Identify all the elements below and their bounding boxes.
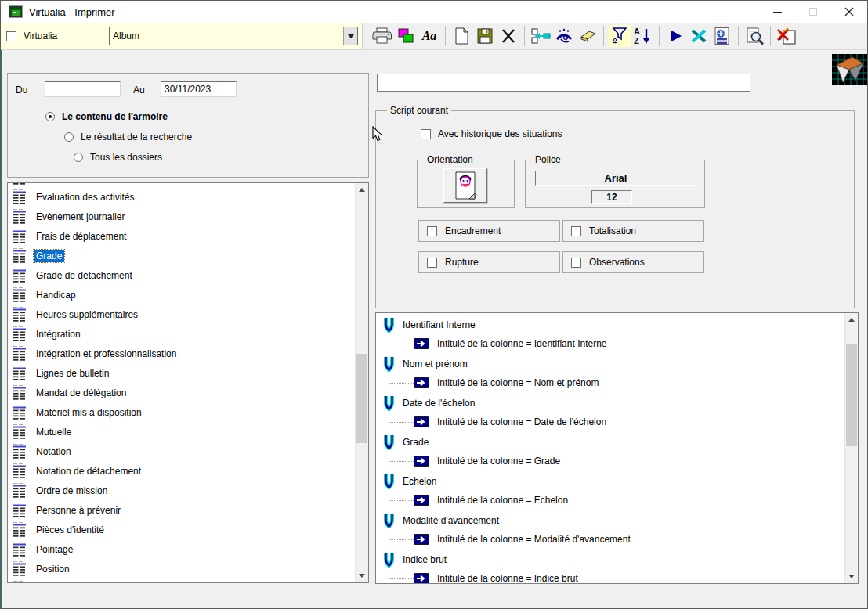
- list-item[interactable]: Ordre de mission: [9, 481, 368, 500]
- observations-option: Observations: [562, 251, 704, 273]
- combobox-dropdown-button[interactable]: [343, 27, 357, 45]
- export-document-button[interactable]: [711, 25, 734, 47]
- minimize-button[interactable]: [759, 1, 795, 23]
- tree-subitem[interactable]: Intitulé de la colonne = Modalité d'avan…: [376, 530, 858, 550]
- color-layers-button[interactable]: [394, 25, 418, 47]
- list-item[interactable]: Personne à prévenir: [9, 500, 368, 520]
- list-item-label: Personne à prévenir: [34, 504, 123, 517]
- tree-scrollbar[interactable]: [844, 313, 858, 583]
- list-item[interactable]: Matériel mis à disposition: [9, 402, 368, 422]
- totalisation-checkbox[interactable]: [571, 226, 581, 236]
- move-items-button[interactable]: [529, 25, 552, 47]
- list-item[interactable]: Evènement journalier: [9, 207, 368, 226]
- virtualia-checkbox[interactable]: [6, 31, 16, 41]
- font-size-field[interactable]: 12: [591, 190, 632, 204]
- au-date-field[interactable]: [161, 81, 237, 97]
- tree-subitem[interactable]: Intitulé de la colonne = Grade: [376, 452, 858, 471]
- tree-item[interactable]: Date de l'échelon: [376, 393, 858, 413]
- dial-button[interactable]: [552, 25, 576, 47]
- radio-option[interactable]: Le contenu de l'armoire: [45, 106, 192, 127]
- chevron-up-icon: [848, 318, 855, 322]
- historique-checkbox[interactable]: [421, 129, 431, 139]
- list-item[interactable]: Grade: [9, 246, 368, 265]
- script-name-input[interactable]: [377, 74, 750, 92]
- print-preview-button[interactable]: [743, 25, 766, 47]
- tree-item[interactable]: Grade: [376, 432, 858, 452]
- dossier-icon: [12, 444, 27, 459]
- doc-list-scrollbar[interactable]: [355, 183, 368, 582]
- list-item[interactable]: Pièces d'identité: [9, 520, 368, 539]
- list-item[interactable]: Heures supplémentaires: [9, 304, 368, 324]
- tree-subitem[interactable]: Intitulé de la colonne = Echelon: [376, 491, 858, 510]
- chevron-down-icon: [848, 575, 855, 578]
- filter-funnel-icon: [610, 27, 629, 45]
- maximize-button[interactable]: [795, 1, 831, 23]
- album-combobox[interactable]: Album: [109, 27, 358, 45]
- list-item[interactable]: Position de détachement: [9, 578, 368, 583]
- list-item[interactable]: Notation de détachement: [9, 461, 368, 481]
- tree-subitem[interactable]: Intitulé de la colonne = Nom et prénom: [376, 373, 858, 393]
- tree-item[interactable]: Indice brut: [376, 550, 858, 569]
- print-button[interactable]: [371, 25, 394, 47]
- font-button[interactable]: Aa: [418, 25, 441, 47]
- tree-subitem[interactable]: Intitulé de la colonne = Indice brut: [376, 569, 858, 584]
- dossier-icon: [12, 268, 27, 283]
- observations-checkbox[interactable]: [571, 258, 581, 268]
- list-item[interactable]: Position: [9, 559, 368, 578]
- list-item[interactable]: Notation: [9, 441, 368, 461]
- list-item[interactable]: Mandat de délégation: [9, 383, 368, 402]
- scroll-down-button[interactable]: [356, 569, 368, 582]
- du-date-field[interactable]: [45, 81, 121, 97]
- list-item[interactable]: Mutuelle: [9, 422, 368, 441]
- tree-connector: [389, 344, 414, 344]
- tree-item[interactable]: Identifiant Interne: [376, 315, 858, 334]
- historique-checkbox-row[interactable]: Avec historique des situations: [421, 128, 562, 139]
- radio-option[interactable]: Le résultat de la recherche: [64, 127, 192, 147]
- orientation-button[interactable]: [443, 168, 487, 203]
- tree-item[interactable]: Modalité d'avancement: [376, 510, 858, 530]
- list-item[interactable]: Lignes de bulletin: [9, 363, 368, 383]
- font-name-field[interactable]: Arial: [535, 171, 696, 186]
- list-item[interactable]: Grade de détachement: [9, 265, 368, 285]
- edit-cancel-icon: [776, 27, 797, 45]
- encadrement-checkbox[interactable]: [427, 226, 437, 236]
- scroll-up-button[interactable]: [845, 313, 858, 326]
- close-button[interactable]: [831, 1, 867, 23]
- toolbar-separator: [603, 26, 604, 46]
- sort-az-button[interactable]: A Z: [631, 25, 655, 47]
- tree-subitem[interactable]: Intitulé de la colonne = Identifiant Int…: [376, 334, 858, 354]
- list-item-label: Intégration: [34, 328, 83, 341]
- dossier-icon: [12, 326, 27, 342]
- toolbar-separator: [445, 26, 446, 46]
- excel-export-button[interactable]: [687, 25, 711, 47]
- scroll-up-button[interactable]: [356, 183, 368, 196]
- list-item[interactable]: Frais de déplacement: [9, 226, 368, 246]
- rupture-checkbox[interactable]: [427, 258, 437, 268]
- export-document-icon: [713, 27, 732, 45]
- list-item[interactable]: Handicap: [9, 285, 368, 304]
- delete-button[interactable]: [497, 25, 520, 47]
- run-button[interactable]: [664, 25, 687, 47]
- list-item[interactable]: Intégration: [9, 324, 368, 344]
- filter-button[interactable]: [608, 25, 631, 47]
- encadrement-label: Encadrement: [445, 225, 501, 236]
- list-item[interactable]: Intégration et professionnalisation: [9, 344, 368, 363]
- save-button[interactable]: [473, 25, 497, 47]
- rupture-option: Rupture: [418, 251, 560, 273]
- eraser-button[interactable]: [576, 25, 599, 47]
- chevron-up-icon: [359, 188, 365, 192]
- new-document-button[interactable]: [450, 25, 473, 47]
- toolbar-separator: [770, 26, 771, 46]
- tree-subitem[interactable]: Intitulé de la colonne = Date de l'échel…: [376, 413, 858, 432]
- list-item[interactable]: Evaluation des activités: [9, 187, 368, 207]
- scrollbar-thumb[interactable]: [356, 354, 367, 443]
- scrollbar-thumb[interactable]: [846, 344, 857, 446]
- tree-item[interactable]: Nom et prénom: [376, 354, 858, 373]
- scroll-down-button[interactable]: [845, 570, 858, 583]
- tree-subitem-label: Intitulé de la colonne = Date de l'échel…: [437, 416, 606, 427]
- radio-option[interactable]: Tous les dossiers: [74, 147, 192, 168]
- edit-cancel-button[interactable]: [775, 25, 798, 47]
- list-item[interactable]: Pointage: [9, 539, 368, 559]
- tree-item[interactable]: Echelon: [376, 471, 858, 491]
- columns-tree: Identifiant Interne Intitulé de la colon…: [375, 312, 859, 584]
